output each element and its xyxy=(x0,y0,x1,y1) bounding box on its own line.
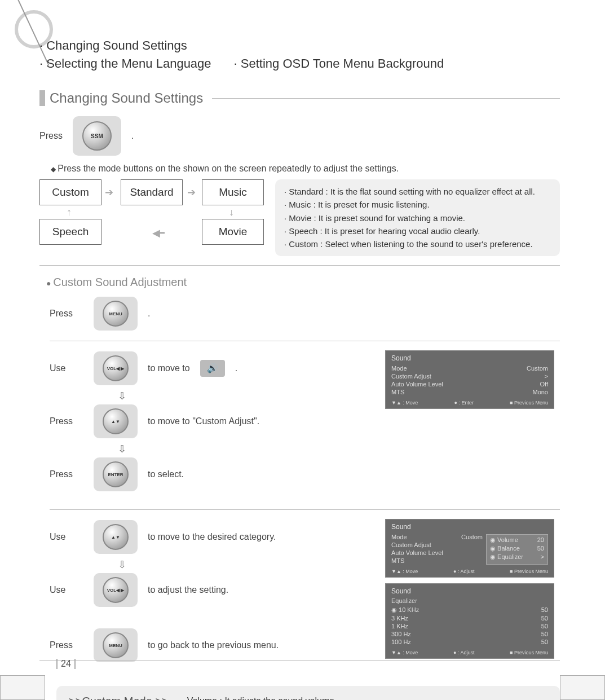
osd1-title: Sound xyxy=(391,354,548,362)
osd1-v3: Mono xyxy=(532,389,548,395)
topic-a: Changing Sound Settings xyxy=(39,38,187,53)
osd3-v2: 50 xyxy=(541,623,548,629)
press-label: Press xyxy=(50,469,83,479)
osd3-v1: 50 xyxy=(541,615,548,622)
corner-box-br xyxy=(560,675,605,700)
osd3-v0: 50 xyxy=(541,606,548,614)
osd3-k1: 3 KHz xyxy=(391,615,408,622)
step1-suffix: . xyxy=(148,309,150,319)
vol-button-box: VOL◀ ▶ xyxy=(94,351,138,385)
mode-diagram: Custom Standard Music Speech Movie ➔ ➔ ↓… xyxy=(39,179,560,256)
desc-music: Music : It is preset for music listening… xyxy=(284,198,551,211)
press-label: Press xyxy=(39,131,63,141)
footer-line xyxy=(39,660,560,661)
osd-screenshot-2: Sound ModeCustom Custom Adjust Auto Volu… xyxy=(385,519,554,578)
osd-screenshot-3: Sound Equalizer ◉ 10 KHz50 3 KHz50 1 KHz… xyxy=(385,583,554,659)
step-7: Press MENU to go back to the previous me… xyxy=(50,627,368,663)
main-section: Changing Sound Settings Press SSM . Pres… xyxy=(39,90,560,700)
osd2-fm: ● : Adjust xyxy=(453,569,474,574)
osd2-sm0v: 20 xyxy=(537,536,544,544)
osd2-k3: MTS xyxy=(391,557,404,564)
osd2-k2: Auto Volume Level xyxy=(391,549,443,556)
mode-speech: Speech xyxy=(39,219,101,245)
press-label: Press xyxy=(50,416,83,426)
osd1-k3: MTS xyxy=(391,389,404,395)
step7-text: to go back to the previous menu. xyxy=(148,640,279,650)
arrow-icon: ➔ xyxy=(105,186,113,199)
note-press-mode: Press the mode buttons on the shown on t… xyxy=(51,164,560,174)
press-label: Press xyxy=(50,640,83,650)
down-arrow-icon: ⇩ xyxy=(116,443,127,455)
step-press-ssm: Press SSM . xyxy=(39,116,560,156)
enter-button-box: ENTER xyxy=(94,457,138,491)
ch-down-button: ▲▼ xyxy=(103,408,129,434)
topic-c: Setting OSD Tone Menu Background xyxy=(234,56,444,71)
desc-custom: Custom : Select when listening to the so… xyxy=(284,237,551,250)
corner-box-bl xyxy=(0,675,45,700)
page-number: 24 xyxy=(56,659,76,669)
osd3-v4: 50 xyxy=(541,639,548,645)
arrow-up-icon: ↑ xyxy=(67,206,72,218)
vol-button-box: VOL◀ ▶ xyxy=(94,573,138,607)
mode-standard: Standard xyxy=(121,179,183,205)
osd1-k0: Mode xyxy=(391,365,407,372)
step-3: Press ▲▼ to move to "Custom Adjust". xyxy=(50,403,368,439)
step-1: Press MENU . xyxy=(50,296,560,332)
osd3-k0: ◉ 10 KHz xyxy=(391,606,419,614)
osd2-title: Sound xyxy=(391,523,548,531)
down-arrow-icon: ⇩ xyxy=(116,558,127,571)
arrow-left-icon: ◀━ xyxy=(152,227,163,239)
press-label: Press xyxy=(50,309,83,319)
osd1-fl: ▼▲ : Move xyxy=(391,400,418,406)
topic-list: Changing Sound Settings Selecting the Me… xyxy=(39,38,582,74)
osd1-v2: Off xyxy=(540,381,548,388)
vol-button: VOL◀ ▶ xyxy=(103,355,129,381)
vol-button: VOL◀ ▶ xyxy=(103,577,129,603)
step-4: Press ENTER to select. xyxy=(50,456,368,492)
osd2-sm2v: > xyxy=(541,553,544,561)
step-suffix: . xyxy=(131,131,134,141)
osd1-fr: ■ Previous Menu xyxy=(510,400,548,406)
use-label: Use xyxy=(50,585,83,595)
mode-descriptions: Standard : It is the flat sound setting … xyxy=(275,179,560,256)
desc-speech: Speech : It is preset for hearing vocal … xyxy=(284,224,551,237)
mode-music: Music xyxy=(202,179,264,205)
section-title: Changing Sound Settings xyxy=(39,90,203,106)
topic-b: Selecting the Menu Language xyxy=(39,56,211,71)
enter-button: ENTER xyxy=(103,461,129,487)
osd2-k0: Mode xyxy=(391,534,407,540)
desc-standard: Standard : It is the flat sound setting … xyxy=(284,185,551,198)
osd-screenshot-1: Sound ModeCustom Custom Adjust> Auto Vol… xyxy=(385,350,554,409)
osd2-fr: ■ Previous Menu xyxy=(510,569,548,574)
menu-button-box: MENU xyxy=(94,628,138,662)
osd3-sub: Equalizer xyxy=(391,597,548,604)
sound-icon: 🔊 xyxy=(200,360,225,377)
step6-text: to adjust the setting. xyxy=(148,585,228,595)
mode-boxes: Custom Standard Music Speech Movie ➔ ➔ ↓… xyxy=(39,179,264,245)
osd3-fm: ● : Adjust xyxy=(453,650,474,655)
osd3-v3: 50 xyxy=(541,631,548,637)
mode-custom: Custom xyxy=(39,179,101,205)
menu-button-box: MENU xyxy=(94,297,138,331)
step3-text: to move to "Custom Adjust". xyxy=(148,416,259,426)
osd2-sm1k: ◉ Balance xyxy=(490,545,520,552)
osd2-fl: ▼▲ : Move xyxy=(391,569,418,574)
step-6: Use VOL◀ ▶ to adjust the setting. xyxy=(50,572,368,608)
step-5: Use ▲▼ to move to the desired category. xyxy=(50,519,368,555)
step2-prefix: to move to xyxy=(148,363,190,373)
use-label: Use xyxy=(50,363,83,373)
arrow-icon: ➔ xyxy=(187,186,196,199)
menu-button: MENU xyxy=(103,301,129,327)
cm-volume: Volume : It adjusts the sound volume. xyxy=(182,695,547,700)
separator xyxy=(39,265,560,266)
step5-text: to move to the desired category. xyxy=(148,532,276,542)
custom-mode-title: >>Custom Mode >> xyxy=(69,695,169,700)
osd3-fl: ▼▲ : Move xyxy=(391,650,418,655)
subsection-title: Custom Sound Adjustment xyxy=(46,276,560,289)
step-2: Use VOL◀ ▶ to move to 🔊 . xyxy=(50,350,368,386)
ch-button-box: ▲▼ xyxy=(94,520,138,554)
separator xyxy=(50,341,560,341)
ssm-button: SSM xyxy=(82,121,112,151)
osd1-v1: > xyxy=(545,373,548,380)
arrow-down-icon: ↓ xyxy=(229,206,234,218)
